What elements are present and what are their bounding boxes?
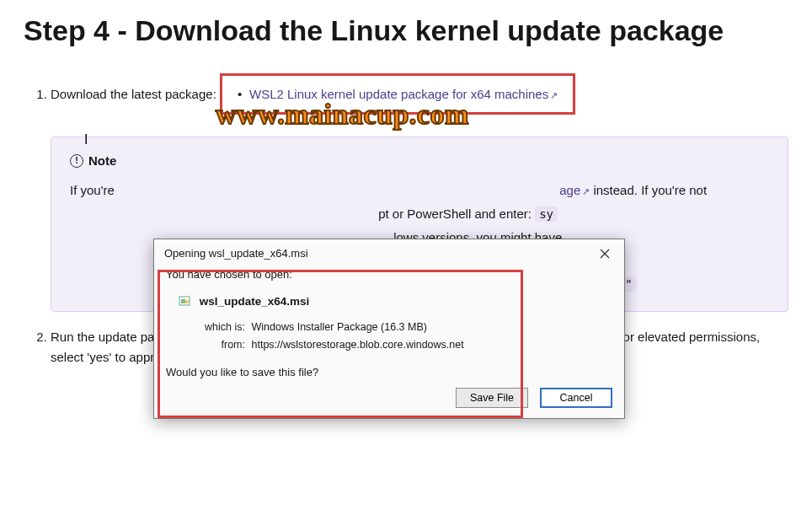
- which-is-label: which is:: [195, 319, 245, 335]
- dialog-file-name: wsl_update_x64.msi: [200, 295, 310, 308]
- note-label: Note: [88, 151, 116, 170]
- dialog-titlebar: Opening wsl_update_x64.msi: [154, 239, 624, 266]
- dialog-details: which is: Windows Installer Package (16.…: [154, 314, 624, 354]
- from-value: https://wslstorestorage.blob.core.window…: [251, 339, 463, 351]
- note-text: pt or PowerShell and enter:: [378, 206, 535, 221]
- which-is-value: Windows Installer Package (16.3 MB): [251, 321, 426, 333]
- info-icon: !: [70, 154, 83, 168]
- note-link[interactable]: age↗: [559, 183, 590, 197]
- save-file-button[interactable]: Save File: [456, 388, 528, 408]
- code-systeminfo: sy: [535, 206, 558, 222]
- download-link[interactable]: WSL2 Linux kernel update package for x64…: [249, 87, 558, 101]
- download-link-text: WSL2 Linux kernel update package for x64…: [249, 87, 548, 101]
- step-1-intro: Download the latest package:: [51, 87, 216, 101]
- download-link-highlight: WSL2 Linux kernel update package for x64…: [220, 73, 575, 115]
- external-link-icon: ↗: [548, 90, 558, 100]
- dialog-buttons: Save File Cancel: [154, 383, 624, 418]
- dialog-title: Opening wsl_update_x64.msi: [164, 245, 308, 262]
- save-file-dialog: Opening wsl_update_x64.msi You have chos…: [153, 239, 625, 419]
- note-text: If you're: [70, 183, 118, 197]
- svg-point-2: [185, 300, 189, 303]
- note-link-text: age: [559, 183, 580, 197]
- from-label: from:: [195, 337, 245, 353]
- cancel-button[interactable]: Cancel: [540, 388, 612, 408]
- close-button[interactable]: [594, 244, 616, 263]
- svg-rect-1: [181, 299, 185, 303]
- note-title: ! Note: [70, 151, 771, 170]
- installer-icon: [178, 294, 191, 308]
- close-icon: [600, 249, 610, 259]
- note-text: instead. If you're not: [593, 183, 707, 197]
- external-link-icon: ↗: [580, 186, 590, 196]
- dialog-subheading: You have chosen to open:: [154, 266, 624, 287]
- step-heading: Step 4 - Download the Linux kernel updat…: [24, 13, 788, 48]
- dialog-question: Would you like to save this file?: [154, 356, 624, 383]
